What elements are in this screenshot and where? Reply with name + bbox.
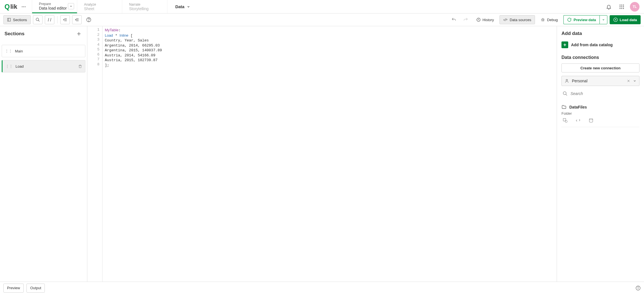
- output-tab-button[interactable]: Output: [26, 284, 45, 293]
- comment-toggle-button[interactable]: [45, 15, 54, 24]
- line-number: 5: [87, 47, 102, 52]
- svg-line-16: [48, 18, 49, 21]
- nav-tab-data-load-editor[interactable]: PrepareData load editor: [32, 0, 77, 13]
- svg-point-44: [565, 120, 567, 123]
- svg-point-38: [566, 79, 567, 81]
- svg-point-41: [563, 92, 566, 95]
- folder-icon: [561, 105, 567, 110]
- outdent-button[interactable]: [72, 15, 82, 24]
- connection-actions: [561, 116, 639, 127]
- data-files-folder[interactable]: DataFiles: [561, 103, 639, 111]
- svg-point-1: [23, 6, 24, 7]
- app-launcher-icon[interactable]: [617, 2, 627, 12]
- data-sources-label: Data sources: [510, 18, 531, 22]
- data-connections-title: Data connections: [561, 55, 639, 60]
- user-avatar[interactable]: TL: [630, 2, 639, 12]
- svg-rect-6: [620, 6, 621, 7]
- delete-section-icon[interactable]: [78, 64, 82, 68]
- create-connection-label: Create new connection: [580, 66, 620, 70]
- space-selector[interactable]: Personal: [561, 76, 639, 86]
- svg-rect-7: [621, 6, 622, 7]
- preview-data-dropdown-button[interactable]: [599, 15, 607, 24]
- preview-tab-button[interactable]: Preview: [3, 284, 24, 293]
- preview-data-button[interactable]: Preview data: [563, 15, 599, 24]
- svg-line-30: [543, 19, 544, 19]
- create-connection-button[interactable]: Create new connection: [561, 63, 639, 72]
- search-button[interactable]: [33, 15, 43, 24]
- section-item-main[interactable]: ⋮⋮Main: [2, 45, 85, 57]
- output-tab-label: Output: [30, 286, 41, 290]
- footer-bar: Preview Output: [0, 282, 644, 294]
- line-number: 6: [87, 52, 102, 58]
- top-right-controls: TL: [599, 0, 644, 13]
- sections-list: ⋮⋮Main⋮⋮Load: [0, 45, 87, 72]
- svg-line-17: [50, 18, 51, 21]
- select-data-icon[interactable]: [562, 117, 568, 123]
- svg-rect-5: [623, 5, 624, 5]
- chevron-down-icon[interactable]: [633, 79, 636, 83]
- help-button[interactable]: [84, 15, 94, 24]
- data-dropdown[interactable]: Data: [167, 0, 198, 13]
- chevron-down-icon: [187, 5, 190, 8]
- top-nav-bar: Qlik PrepareData load editorAnalyzeSheet…: [0, 0, 644, 14]
- insert-script-icon[interactable]: [575, 117, 581, 123]
- nav-tab-sheet[interactable]: AnalyzeSheet: [77, 0, 122, 13]
- preview-tab-label: Preview: [7, 286, 20, 290]
- svg-rect-12: [8, 18, 11, 21]
- user-icon: [565, 79, 569, 83]
- svg-line-29: [541, 19, 542, 19]
- space-selector-controls: [627, 79, 636, 83]
- nav-tab-storytelling[interactable]: NarrateStorytelling: [122, 0, 167, 13]
- chevron-down-icon[interactable]: [68, 3, 74, 9]
- svg-rect-3: [620, 5, 621, 5]
- nav-tab-label: Sheet: [84, 6, 115, 11]
- search-icon: [563, 91, 568, 96]
- editor-toolbar: Sections History Data s: [0, 14, 644, 26]
- info-icon[interactable]: [636, 286, 641, 291]
- logo-area: Qlik: [0, 0, 32, 13]
- clear-icon[interactable]: [627, 79, 630, 83]
- nav-tab-category: Narrate: [129, 3, 160, 6]
- more-menu-icon[interactable]: [20, 3, 27, 10]
- history-button[interactable]: History: [473, 15, 497, 24]
- edit-connection-icon[interactable]: [588, 117, 594, 123]
- section-item-label: Load: [15, 64, 24, 68]
- logo-text: lik: [10, 3, 17, 10]
- svg-point-48: [638, 287, 638, 287]
- indent-button[interactable]: [60, 15, 70, 24]
- svg-rect-4: [621, 5, 622, 5]
- qlik-logo[interactable]: Qlik: [5, 3, 17, 11]
- section-item-label: Main: [15, 49, 23, 53]
- drag-handle-icon[interactable]: ⋮⋮: [5, 64, 13, 68]
- load-data-button[interactable]: Load data: [610, 15, 641, 24]
- space-name: Personal: [572, 79, 624, 83]
- add-from-catalog-button[interactable]: + Add from data catalog: [561, 41, 639, 48]
- notifications-icon[interactable]: [604, 2, 614, 12]
- svg-line-34: [543, 21, 544, 21]
- code-editor[interactable]: MyTable: Load * Inline [ Country, Year, …: [103, 26, 557, 282]
- connection-search-input[interactable]: [570, 91, 638, 96]
- add-section-button[interactable]: [75, 30, 83, 37]
- avatar-initials: TL: [633, 5, 637, 9]
- drag-handle-icon[interactable]: ⋮⋮: [5, 49, 12, 53]
- add-from-catalog-label: Add from data catalog: [571, 43, 613, 47]
- svg-line-15: [38, 20, 39, 21]
- redo-button[interactable]: [461, 15, 470, 24]
- load-data-label: Load data: [620, 18, 637, 22]
- section-item-load[interactable]: ⋮⋮Load: [2, 60, 85, 72]
- sections-toggle-button[interactable]: Sections: [3, 15, 31, 24]
- line-number: 7: [87, 57, 102, 62]
- undo-button[interactable]: [449, 15, 459, 24]
- debug-button[interactable]: Debug: [537, 15, 561, 24]
- debug-label: Debug: [547, 18, 558, 22]
- connection-search-row: [561, 89, 639, 98]
- preview-data-label: Preview data: [574, 18, 596, 22]
- svg-point-25: [88, 21, 89, 21]
- preview-data-split-button: Preview data: [563, 15, 607, 24]
- nav-tabs: PrepareData load editorAnalyzeSheetNarra…: [32, 0, 167, 13]
- svg-line-42: [566, 94, 567, 96]
- add-data-title: Add data: [561, 31, 639, 36]
- sections-header: Sections: [0, 26, 87, 45]
- folder-type-label: Folder: [561, 111, 639, 116]
- data-sources-button[interactable]: Data sources: [499, 15, 535, 24]
